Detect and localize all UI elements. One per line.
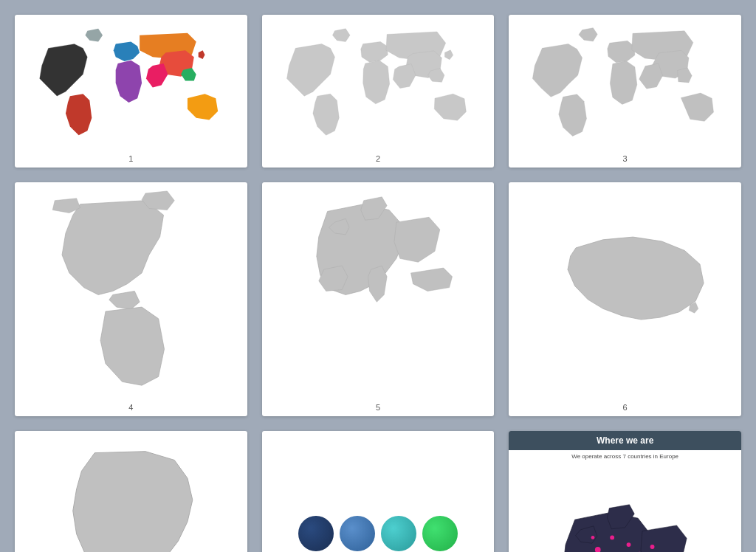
slide-1-label: 1	[15, 151, 247, 168]
world-gray-alt-map	[516, 22, 734, 144]
slide-4[interactable]: 4	[15, 182, 247, 416]
svg-point-9	[591, 536, 595, 539]
slide-2-content	[262, 15, 495, 151]
slide-5-content	[262, 182, 495, 400]
slide-1[interactable]: 1	[15, 15, 247, 168]
svg-point-2	[627, 542, 631, 547]
svg-point-6	[650, 545, 655, 549]
slide-8[interactable]: 8	[262, 431, 495, 552]
slide-1-content	[15, 15, 247, 151]
slide-5-label: 5	[262, 400, 495, 416]
slide-9-content: Where we are We operate across 7 countri…	[509, 431, 741, 552]
slide-2-label: 2	[262, 151, 495, 168]
slide-2[interactable]: 2	[262, 15, 495, 168]
slide-6-content	[509, 182, 741, 400]
slides-grid: 1 2	[15, 15, 741, 552]
circle-teal	[381, 516, 416, 551]
india-gray-map	[22, 438, 240, 552]
slide-9[interactable]: Where we are We operate across 7 countri…	[509, 431, 741, 552]
slide-9-subtitle: We operate across 7 countries in Europe	[509, 450, 741, 461]
europe-dark-map	[518, 498, 732, 552]
color-circles-grid	[286, 504, 470, 552]
slide-5[interactable]: 5	[262, 182, 495, 416]
slide-4-content	[15, 182, 247, 400]
slide-3-content	[509, 15, 741, 151]
svg-point-5	[610, 535, 614, 539]
world-gray-map	[269, 22, 487, 144]
slide-9-title: Where we are	[509, 431, 741, 450]
europe-map	[269, 190, 487, 393]
world-colored-map	[22, 22, 240, 144]
slide-6-label: 6	[509, 400, 741, 416]
americas-map	[22, 190, 240, 393]
slide-3-label: 3	[509, 151, 741, 168]
slide-8-content	[262, 431, 495, 552]
slide-4-label: 4	[15, 400, 247, 416]
slide-7[interactable]: 7	[15, 431, 247, 552]
slide-6[interactable]: 6	[509, 182, 741, 416]
circle-green	[422, 516, 458, 551]
slide-3[interactable]: 3	[509, 15, 741, 168]
circle-blue	[340, 516, 375, 551]
circle-navy	[298, 516, 334, 551]
slide-7-content	[15, 431, 247, 552]
china-map	[516, 221, 734, 362]
